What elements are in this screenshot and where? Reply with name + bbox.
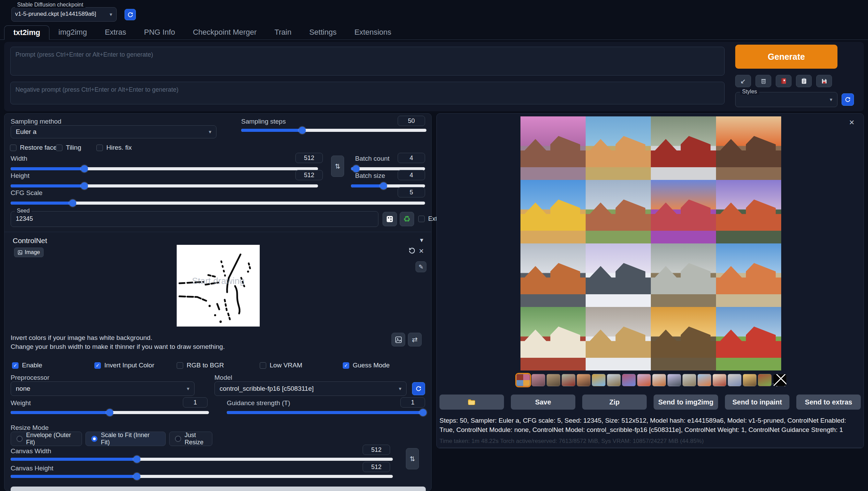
checkbox-hires-fix[interactable]: Hires. fix <box>96 144 132 151</box>
guidance-strength-value[interactable]: 1 <box>400 397 425 408</box>
refresh-checkpoint-button[interactable] <box>125 9 136 20</box>
zip-button[interactable]: Zip <box>582 395 647 410</box>
refresh-models-button[interactable] <box>412 382 425 395</box>
send-to-extras-button[interactable]: Send to extras <box>796 395 861 410</box>
brush-button[interactable]: ✎ <box>415 261 426 272</box>
transfer-control-button[interactable]: ⇄ <box>408 333 422 346</box>
checkbox-enable[interactable]: Enable <box>12 362 42 369</box>
result-image-15[interactable] <box>651 307 716 370</box>
thumbnail-8[interactable] <box>622 374 636 386</box>
canvas-height-value[interactable]: 512 <box>363 462 390 472</box>
result-image-9[interactable] <box>520 243 586 307</box>
thumbnail-15[interactable] <box>728 374 741 386</box>
height-value[interactable]: 512 <box>295 170 323 180</box>
thumbnail-12[interactable] <box>682 374 696 386</box>
result-image-7[interactable] <box>651 180 716 243</box>
clear-canvas-button[interactable]: × <box>419 246 424 256</box>
checkbox-low-vram[interactable]: Low VRAM <box>260 362 302 369</box>
thumbnail-1[interactable] <box>516 374 530 386</box>
thumbnail-6[interactable] <box>592 374 606 386</box>
width-slider[interactable] <box>11 167 318 170</box>
thumbnail-4[interactable] <box>562 374 575 386</box>
undo-canvas-button[interactable] <box>408 247 415 254</box>
radio-scale-to-fit-inner-fit[interactable]: Scale to Fit (Inner Fit) <box>85 432 166 446</box>
result-image-8[interactable] <box>716 180 781 243</box>
height-slider[interactable] <box>11 184 318 187</box>
result-image-12[interactable] <box>716 243 781 307</box>
result-image-16[interactable] <box>716 307 781 370</box>
cfg-scale-slider[interactable] <box>11 202 425 205</box>
result-image-6[interactable] <box>586 180 651 243</box>
prompt-input[interactable] <box>10 47 725 76</box>
controlnet-canvas[interactable]: Start drawing <box>177 245 260 327</box>
preprocessor-select[interactable]: none ▾ <box>11 381 195 396</box>
canvas-width-value[interactable]: 512 <box>363 445 390 455</box>
result-image-3[interactable] <box>651 116 716 180</box>
reuse-seed-button[interactable]: ♻ <box>400 212 414 226</box>
sampling-method-select[interactable]: Euler a ▾ <box>11 125 216 138</box>
result-image-2[interactable] <box>586 116 651 180</box>
result-image-5[interactable] <box>520 180 586 243</box>
weight-value[interactable]: 1 <box>183 397 208 408</box>
seed-input[interactable]: 12345 <box>11 211 378 227</box>
thumbnail-10[interactable] <box>652 374 666 386</box>
cfg-scale-value[interactable]: 5 <box>398 187 425 197</box>
thumbnail-16[interactable] <box>743 374 756 386</box>
clear-prompt-button[interactable] <box>755 75 771 87</box>
thumbnail-5[interactable] <box>577 374 590 386</box>
checkbox-tiling[interactable]: Tiling <box>56 144 81 151</box>
tab-settings[interactable]: Settings <box>300 25 345 39</box>
radio-envelope-outer-fit[interactable]: Envelope (Outer Fit) <box>11 432 82 446</box>
result-image-11[interactable] <box>651 243 716 307</box>
swap-canvas-dims-button[interactable]: ⇅ <box>406 448 419 469</box>
apply-style-button[interactable] <box>796 75 812 87</box>
open-output-folder-button[interactable] <box>439 395 504 410</box>
checkbox-restore-faces[interactable]: Restore faces <box>10 144 60 151</box>
batch-count-value[interactable]: 4 <box>398 153 425 163</box>
result-image-10[interactable] <box>586 243 651 307</box>
checkbox-guess-mode[interactable]: Guess Mode <box>343 362 390 369</box>
collapse-accordion-icon[interactable]: ▼ <box>419 237 424 243</box>
tab-txt2img[interactable]: txt2img <box>4 25 49 40</box>
width-value[interactable]: 512 <box>295 153 323 163</box>
refresh-styles-button[interactable] <box>842 93 854 106</box>
tab-extensions[interactable]: Extensions <box>345 25 400 39</box>
close-results-button[interactable]: × <box>849 117 854 128</box>
tab-train[interactable]: Train <box>266 25 300 39</box>
thumbnail-9[interactable] <box>637 374 651 386</box>
result-image-1[interactable] <box>520 116 586 180</box>
controlnet-model-select[interactable]: control_scribble-fp16 [c508311e] ▾ <box>214 381 407 396</box>
save-button[interactable]: Save <box>511 395 575 410</box>
thumbnail-18[interactable] <box>773 374 787 386</box>
preview-annotator-button[interactable] <box>11 487 426 491</box>
random-seed-button[interactable] <box>383 212 397 226</box>
canvas-width-slider[interactable] <box>11 458 393 461</box>
guidance-strength-slider[interactable] <box>227 411 425 414</box>
thumbnail-11[interactable] <box>667 374 681 386</box>
thumbnail-13[interactable] <box>697 374 711 386</box>
thumbnail-17[interactable] <box>758 374 772 386</box>
tab-img2img[interactable]: img2img <box>49 25 96 39</box>
thumbnail-7[interactable] <box>607 374 621 386</box>
thumbnail-2[interactable] <box>531 374 545 386</box>
thumbnail-14[interactable] <box>713 374 726 386</box>
radio-just-resize[interactable]: Just Resize <box>169 432 212 446</box>
result-image-4[interactable] <box>716 116 781 180</box>
result-image-14[interactable] <box>586 307 651 370</box>
batch-size-value[interactable]: 4 <box>398 170 425 180</box>
checkpoint-select[interactable]: v1-5-pruned.ckpt [e1441589a6] ▾ <box>11 7 117 22</box>
result-image-13[interactable] <box>520 307 586 370</box>
controlnet-image-tab[interactable]: Image <box>14 248 44 257</box>
send-to-inpaint-button[interactable]: Send to inpaint <box>725 395 789 410</box>
save-style-button[interactable] <box>816 75 832 87</box>
read-params-button[interactable]: ↙ <box>735 75 751 87</box>
sampling-steps-value[interactable]: 50 <box>398 116 425 126</box>
canvas-height-slider[interactable] <box>11 475 393 478</box>
tab-png-info[interactable]: PNG Info <box>135 25 184 39</box>
weight-slider[interactable] <box>11 411 209 414</box>
tab-checkpoint-merger[interactable]: Checkpoint Merger <box>184 25 266 39</box>
send-to-img2img-button[interactable]: Send to img2img <box>654 395 718 410</box>
checkbox-rgb-to-bgr[interactable]: RGB to BGR <box>177 362 224 369</box>
sampling-steps-slider[interactable] <box>241 129 426 132</box>
checkbox-invert-input-color[interactable]: Invert Input Color <box>94 362 154 369</box>
